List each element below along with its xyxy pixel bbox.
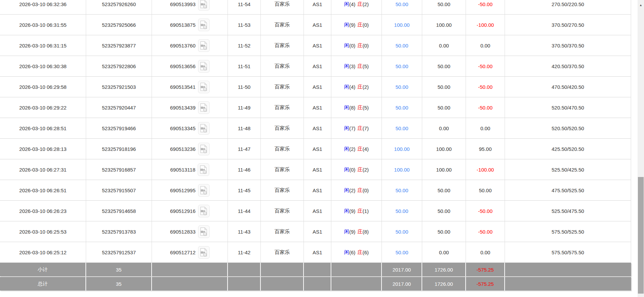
win-loss-text: -50.00 bbox=[478, 105, 493, 111]
banker-label: 庄 bbox=[357, 249, 363, 256]
cell-win-loss: 0.00 bbox=[466, 242, 505, 263]
video-replay-button[interactable] bbox=[198, 19, 210, 31]
video-replay-button[interactable] bbox=[198, 225, 210, 238]
subtotal-count: 35 bbox=[116, 267, 122, 273]
banker-count: (6) bbox=[363, 250, 369, 255]
cell-game-type: 百家乐 bbox=[261, 0, 304, 15]
table-id-text: AS1 bbox=[313, 125, 322, 131]
cell-table-id: AS1 bbox=[304, 201, 331, 221]
table-id-text: AS1 bbox=[313, 105, 322, 111]
scrollbar-up-arrow-icon[interactable]: ▲ bbox=[638, 2, 644, 8]
bet-amount-link[interactable]: 50.00 bbox=[395, 63, 408, 69]
video-replay-button[interactable] bbox=[198, 122, 210, 135]
bet-amount-link[interactable]: 100.00 bbox=[394, 167, 410, 173]
vertical-scrollbar[interactable]: ▲ bbox=[638, 0, 644, 297]
cell-win-loss: -50.00 bbox=[466, 77, 505, 97]
cell-game-type: 百家乐 bbox=[261, 139, 304, 159]
cell-result: 闲(0)庄(0) bbox=[331, 35, 382, 56]
video-replay-button[interactable] bbox=[198, 143, 210, 155]
player-label: 闲 bbox=[344, 208, 349, 214]
cell-game-no: 690513345 bbox=[152, 118, 228, 139]
cell-result: 闲(2)庄(0) bbox=[331, 180, 382, 201]
cell-round: 11-53 bbox=[228, 15, 261, 35]
cell-balance: 575.50/575.50 bbox=[505, 242, 631, 263]
table-row: 2026-03-10 06:25:12 523257912537 6905127… bbox=[0, 242, 631, 263]
subtotal-valid: 1726.00 bbox=[434, 267, 453, 273]
win-loss-text: -50.00 bbox=[478, 229, 493, 235]
cell-bet-time: 2026-03-10 06:26:51 bbox=[0, 180, 86, 201]
cell-game-type: 百家乐 bbox=[261, 97, 304, 118]
subtotal-empty-cell bbox=[152, 263, 228, 276]
total-bet: 2017.00 bbox=[392, 281, 411, 287]
table-row: 2026-03-10 06:27:31 523257916857 6905131… bbox=[0, 159, 631, 180]
valid-amount-text: 50.00 bbox=[437, 208, 450, 214]
cell-table-id: AS1 bbox=[304, 159, 331, 180]
round-text: 11-45 bbox=[238, 187, 250, 193]
video-replay-button[interactable] bbox=[198, 246, 210, 259]
banker-count: (4) bbox=[363, 146, 369, 152]
cell-order-no: 523257913783 bbox=[86, 221, 152, 242]
bet-amount-link[interactable]: 50.00 bbox=[395, 229, 408, 235]
cell-game-no: 690512995 bbox=[152, 180, 228, 201]
bet-amount-link[interactable]: 50.00 bbox=[395, 125, 408, 131]
cell-bet-time: 2026-03-10 06:31:55 bbox=[0, 15, 86, 35]
round-text: 11-52 bbox=[238, 43, 250, 48]
subtotal-empty-cell bbox=[228, 263, 261, 276]
cell-game-type: 百家乐 bbox=[261, 221, 304, 242]
game-type-text: 百家乐 bbox=[275, 125, 290, 132]
banker-count: (5) bbox=[363, 63, 369, 69]
total-label: 总计 bbox=[38, 281, 48, 287]
table-row: 2026-03-10 06:29:22 523257920447 6905134… bbox=[0, 97, 631, 118]
video-replay-button[interactable] bbox=[198, 81, 210, 93]
bet-amount-link[interactable]: 100.00 bbox=[394, 146, 410, 152]
total-count-cell: 35 bbox=[86, 277, 152, 291]
video-replay-button[interactable] bbox=[198, 205, 210, 217]
scrollbar-thumb[interactable] bbox=[638, 177, 644, 294]
cell-bet-time: 2026-03-10 06:30:38 bbox=[0, 56, 86, 77]
cell-table-id: AS1 bbox=[304, 118, 331, 139]
round-text: 11-54 bbox=[238, 1, 250, 7]
order-no-text: 523257915507 bbox=[102, 187, 136, 193]
banker-count: (0) bbox=[363, 187, 369, 193]
video-replay-icon bbox=[200, 82, 208, 92]
video-replay-button[interactable] bbox=[198, 0, 210, 11]
bet-amount-link[interactable]: 50.00 bbox=[395, 208, 408, 214]
player-label: 闲 bbox=[344, 166, 349, 173]
video-replay-button[interactable] bbox=[198, 184, 210, 197]
bet-time-text: 2026-03-10 06:26:51 bbox=[19, 187, 66, 193]
bet-amount-link[interactable]: 50.00 bbox=[395, 187, 408, 193]
bet-amount-link[interactable]: 50.00 bbox=[395, 250, 408, 255]
cell-balance: 520.50/470.50 bbox=[505, 97, 631, 118]
game-no-text: 690512833 bbox=[170, 229, 195, 235]
video-replay-button[interactable] bbox=[198, 163, 209, 176]
cell-game-type: 百家乐 bbox=[261, 180, 304, 201]
game-no-text: 690513345 bbox=[170, 125, 195, 131]
subtotal-win-loss: -575.25 bbox=[476, 267, 494, 273]
cell-table-id: AS1 bbox=[304, 15, 331, 35]
cell-round: 11-52 bbox=[228, 35, 261, 56]
cell-result: 闲(0)庄(2) bbox=[331, 159, 382, 180]
cell-round: 11-54 bbox=[228, 0, 261, 15]
bet-amount-link[interactable]: 50.00 bbox=[395, 105, 408, 111]
player-count: (4) bbox=[349, 1, 355, 7]
cell-game-type: 百家乐 bbox=[261, 242, 304, 263]
bet-amount-link[interactable]: 100.00 bbox=[394, 22, 410, 28]
cell-win-loss: -50.00 bbox=[466, 56, 505, 77]
bet-amount-link[interactable]: 50.00 bbox=[395, 43, 408, 48]
video-replay-button[interactable] bbox=[198, 39, 210, 52]
table-body: 2026-03-10 06:32:36 523257926260 6905139… bbox=[0, 0, 631, 263]
win-loss-text: -50.00 bbox=[478, 1, 493, 7]
banker-label: 庄 bbox=[357, 187, 363, 194]
video-replay-button[interactable] bbox=[198, 60, 210, 73]
balance-text: 270.50/220.50 bbox=[552, 1, 584, 7]
table-id-text: AS1 bbox=[313, 22, 322, 28]
video-replay-button[interactable] bbox=[198, 101, 210, 114]
table-id-text: AS1 bbox=[313, 208, 322, 214]
banker-count: (5) bbox=[363, 105, 369, 111]
bet-amount-link[interactable]: 50.00 bbox=[395, 84, 408, 90]
table-id-text: AS1 bbox=[313, 167, 322, 173]
cell-bet-amount: 100.00 bbox=[382, 159, 422, 180]
game-type-text: 百家乐 bbox=[275, 63, 290, 70]
cell-order-no: 523257916857 bbox=[86, 159, 152, 180]
bet-amount-link[interactable]: 50.00 bbox=[395, 1, 408, 7]
